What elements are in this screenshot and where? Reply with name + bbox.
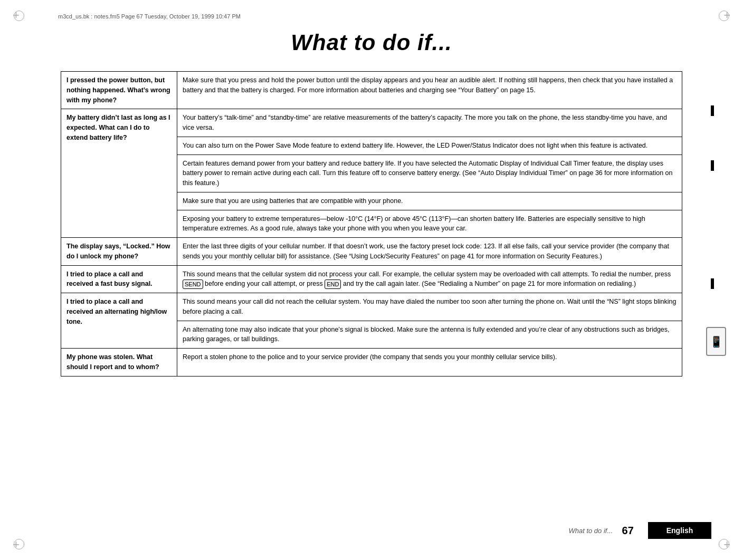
side-marker-3: [711, 278, 714, 289]
side-markers: [711, 105, 714, 291]
footer-content: What to do if... 67 English: [568, 522, 711, 539]
answer-cell-5-2: An alternating tone may also indicate th…: [177, 321, 682, 349]
table-row: I pressed the power button, but nothing …: [61, 72, 682, 109]
side-marker-2: [711, 160, 714, 171]
table-row: I tried to place a call and received a f…: [61, 265, 682, 293]
answer-cell-2-4: Make sure that you are using batteries t…: [177, 192, 682, 210]
corner-cross-br: +: [723, 539, 730, 551]
answer-cell-2-2: You can also turn on the Power Save Mode…: [177, 137, 682, 155]
answer-cell-2-1: Your battery’s “talk-time” and “standby-…: [177, 109, 682, 137]
main-content: I pressed the power button, but nothing …: [61, 71, 682, 376]
footer-page-number: 67: [622, 525, 634, 537]
table-row: My phone was stolen. What should I repor…: [61, 349, 682, 376]
answer-cell-2-3: Certain features demand power from your …: [177, 155, 682, 192]
corner-cross-tr: +: [723, 9, 730, 21]
send-button-inline: SEND: [183, 279, 203, 289]
page-title: What to do if...: [32, 30, 711, 55]
answer-cell-4-1: This sound means that the cellular syste…: [177, 265, 682, 293]
table-row: I tried to place a call and received an …: [61, 293, 682, 321]
corner-cross-bl: +: [13, 539, 20, 551]
question-cell-1: I pressed the power button, but nothing …: [61, 72, 177, 109]
question-cell-2: My battery didn’t last as long as I expe…: [61, 109, 177, 238]
corner-cross-tl: +: [13, 9, 20, 21]
answer-cell-3-1: Enter the last three digits of your cell…: [177, 238, 682, 266]
answer-cell-1-1: Make sure that you press and hold the po…: [177, 72, 682, 109]
answer-cell-6-1: Report a stolen phone to the police and …: [177, 349, 682, 376]
side-marker-1: [711, 105, 714, 116]
phone-icon-area: 📱: [706, 327, 727, 359]
question-cell-5: I tried to place a call and received an …: [61, 293, 177, 349]
footer-language: English: [648, 522, 711, 539]
answer-cell-5-1: This sound means your call did not reach…: [177, 293, 682, 321]
footer: What to do if... 67 English: [0, 522, 743, 539]
page-container: + + + + m3cd_us.bk : notes.fm5 Page 67 T…: [0, 0, 743, 560]
header-meta: m3cd_us.bk : notes.fm5 Page 67 Tuesday, …: [58, 13, 711, 20]
question-cell-3: The display says, “Locked.” How do I unl…: [61, 238, 177, 266]
phone-icon-box: 📱: [706, 327, 726, 356]
footer-label: What to do if...: [568, 527, 613, 535]
faq-table: I pressed the power button, but nothing …: [61, 71, 682, 376]
table-row: My battery didn’t last as long as I expe…: [61, 109, 682, 137]
question-cell-6: My phone was stolen. What should I repor…: [61, 349, 177, 376]
phone-icon: 📱: [710, 335, 723, 348]
table-row: The display says, “Locked.” How do I unl…: [61, 238, 682, 266]
end-button-inline: END: [325, 279, 341, 289]
question-cell-4: I tried to place a call and received a f…: [61, 265, 177, 293]
answer-cell-2-5: Exposing your battery to extreme tempera…: [177, 210, 682, 238]
